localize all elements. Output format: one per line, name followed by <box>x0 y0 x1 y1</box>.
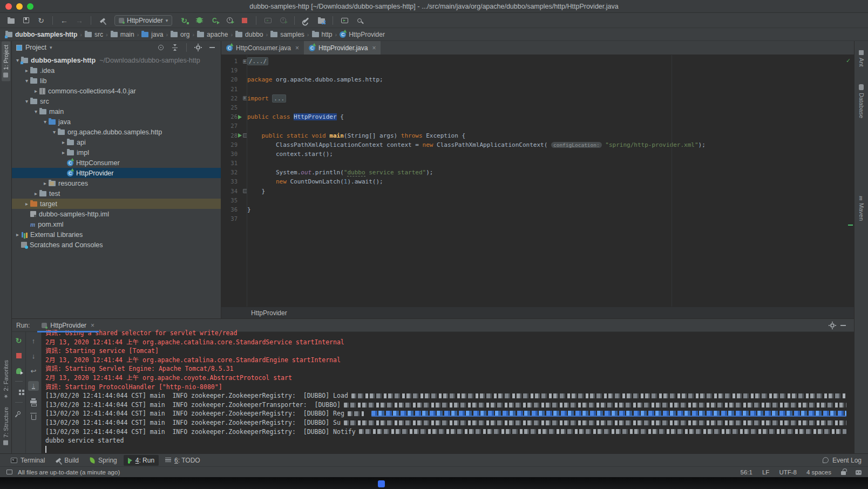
run-button[interactable]: ↻ <box>178 15 191 26</box>
run-tab[interactable]: HttpProvider × <box>37 319 99 332</box>
project-structure-icon[interactable] <box>315 15 328 26</box>
breadcrumb-item-http[interactable]: http <box>312 31 333 38</box>
tree-item-commons-collections4-4.0.jar[interactable]: ▸commons-collections4-4.0.jar <box>12 86 221 96</box>
tree-toggle-icon[interactable]: ▾ <box>51 129 58 135</box>
update-application-icon[interactable] <box>13 366 24 376</box>
dock-item[interactable] <box>378 480 385 487</box>
stop-button[interactable] <box>238 15 251 26</box>
caret-position[interactable]: 56:1 <box>741 469 752 476</box>
project-panel-title[interactable]: Project <box>25 44 46 51</box>
tree-item-resources[interactable]: ▸resources <box>12 178 221 188</box>
tab-HttpProvider.java[interactable]: CHttpProvider.java× <box>304 41 381 55</box>
breadcrumb-item-src[interactable]: src <box>85 31 103 38</box>
breadcrumb-item-dubbo-samples-http[interactable]: dubbo-samples-http <box>5 31 77 38</box>
toolwindow-button-Build[interactable]: Build <box>51 455 83 466</box>
toolwindow-toggle-icon[interactable] <box>6 470 12 474</box>
tree-item-pom.xml[interactable]: mpom.xml <box>12 219 221 229</box>
debug-icon[interactable] <box>193 15 206 26</box>
tree-toggle-icon[interactable]: ▾ <box>32 108 39 114</box>
event-log-button[interactable]: Event Log <box>832 457 862 464</box>
breadcrumb-item-org[interactable]: org <box>171 31 189 38</box>
tree-item-dubbo-samples-http.iml[interactable]: dubbo-samples-http.iml <box>12 209 221 219</box>
forward-icon[interactable]: → <box>73 15 86 26</box>
tree-item-lib[interactable]: ▾lib <box>12 76 221 86</box>
build-hammer-icon[interactable] <box>96 15 109 26</box>
tree-item-.idea[interactable]: ▸.idea <box>12 65 221 76</box>
profiler-icon[interactable] <box>223 15 236 26</box>
soft-wrap-icon[interactable]: ↩ <box>28 366 39 376</box>
inspection-ok-icon[interactable]: ✓ <box>846 56 850 65</box>
close-icon[interactable]: × <box>91 322 94 329</box>
toolwindow-button-6-TODO[interactable]: 6: TODO <box>161 455 205 466</box>
tree-item-dubbo-samples-http[interactable]: ▾dubbo-samples-http~/Downloads/dubbo-sam… <box>12 55 221 65</box>
wrench-icon[interactable] <box>300 15 313 26</box>
attach-profiler-icon[interactable] <box>276 15 289 26</box>
rerun-icon[interactable]: ↻ <box>13 336 24 345</box>
tree-item-org.apache.dubbo.samples.http[interactable]: ▾org.apache.dubbo.samples.http <box>12 127 221 137</box>
stop-icon[interactable] <box>13 351 24 361</box>
tree-toggle-icon[interactable]: ▸ <box>23 201 30 207</box>
tree-toggle-icon[interactable]: ▸ <box>23 67 30 73</box>
tree-item-target[interactable]: ▸target <box>12 199 221 209</box>
save-all-icon[interactable] <box>19 15 32 26</box>
sidebar-item-favorites[interactable]: ★ 2: Favorites <box>2 356 10 403</box>
pin-icon[interactable] <box>13 408 24 418</box>
line-ending[interactable]: LF <box>762 469 769 476</box>
tree-item-src[interactable]: ▾src <box>12 96 221 106</box>
breadcrumb-item-main[interactable]: main <box>111 31 134 38</box>
run-configuration-select[interactable]: HttpProvider ▾ <box>114 15 172 26</box>
tree-toggle-icon[interactable]: ▸ <box>42 180 49 186</box>
run-console[interactable]: 資訊: Using a shared selector for servlet … <box>42 329 854 453</box>
run-anything-icon[interactable] <box>338 15 351 26</box>
breadcrumb-item-HttpProvider[interactable]: CHttpProvider <box>340 31 385 38</box>
sidebar-item-database[interactable]: Database <box>857 80 866 122</box>
lock-icon[interactable] <box>841 471 846 475</box>
tree-item-impl[interactable]: ▸impl <box>12 147 221 158</box>
collapse-all-icon[interactable] <box>169 45 180 50</box>
breadcrumb-item-samples[interactable]: samples <box>270 31 304 38</box>
scroll-to-end-icon[interactable]: ↓ <box>28 381 39 391</box>
run-coverage-icon[interactable]: C <box>208 15 221 26</box>
print-icon[interactable] <box>28 396 39 406</box>
run-line-icon[interactable] <box>238 133 242 138</box>
chevron-down-icon[interactable]: ▾ <box>50 45 52 50</box>
tree-toggle-icon[interactable]: ▸ <box>14 232 21 237</box>
toolwindow-button-Terminal[interactable]: Terminal <box>6 455 49 466</box>
highlighting-level-icon[interactable] <box>856 470 862 475</box>
tree-toggle-icon[interactable]: ▾ <box>42 119 49 125</box>
restore-layout-icon[interactable] <box>13 387 24 397</box>
run-line-icon[interactable] <box>238 115 242 119</box>
tree-item-test[interactable]: ▸test <box>12 188 221 199</box>
search-everywhere-icon[interactable] <box>353 15 366 26</box>
tree-item-HttpProvider[interactable]: CHttpProvider <box>12 168 221 178</box>
close-icon[interactable]: × <box>295 44 299 52</box>
editor-breadcrumb[interactable]: HttpProvider <box>221 307 854 318</box>
tree-toggle-icon[interactable]: ▸ <box>32 191 39 196</box>
sidebar-item-maven[interactable]: m Maven <box>857 192 866 225</box>
hide-panel-icon[interactable] <box>207 47 218 48</box>
tree-toggle-icon[interactable]: ▾ <box>23 98 30 104</box>
attach-debugger-icon[interactable] <box>261 15 274 26</box>
hide-panel-icon[interactable] <box>838 325 849 326</box>
tree-item-java[interactable]: ▾java <box>12 117 221 127</box>
open-icon[interactable] <box>4 15 17 26</box>
down-stack-trace-icon[interactable]: ↓ <box>28 351 39 361</box>
breadcrumb-item-apache[interactable]: apache <box>197 31 228 38</box>
code-editor[interactable]: ✓ 1+/.../1920package org.apache.dubbo.sa… <box>221 55 854 307</box>
tree-item-External Libraries[interactable]: ▸External Libraries <box>12 229 221 240</box>
breadcrumb-item-java[interactable]: java <box>141 31 163 38</box>
indent-size[interactable]: 4 spaces <box>806 469 831 476</box>
toolwindow-button-4-Run[interactable]: 4: Run <box>124 455 159 466</box>
settings-icon[interactable] <box>827 323 838 328</box>
sidebar-item-ant[interactable]: Ant <box>857 46 866 71</box>
tree-toggle-icon[interactable]: ▾ <box>23 78 30 84</box>
tree-toggle-icon[interactable]: ▸ <box>32 88 39 94</box>
sidebar-item-project[interactable]: 1: Project <box>2 41 10 81</box>
sync-icon[interactable]: ↻ <box>35 15 48 26</box>
tree-toggle-icon[interactable]: ▸ <box>60 139 67 145</box>
tree-toggle-icon[interactable]: ▸ <box>60 150 67 155</box>
tab-HttpConsumer.java[interactable]: CHttpConsumer.java× <box>221 41 304 55</box>
tree-item-main[interactable]: ▾main <box>12 106 221 117</box>
tree-item-Scratches and Consoles[interactable]: Scratches and Consoles <box>12 240 221 250</box>
breadcrumb-item-dubbo[interactable]: dubbo <box>235 31 263 38</box>
